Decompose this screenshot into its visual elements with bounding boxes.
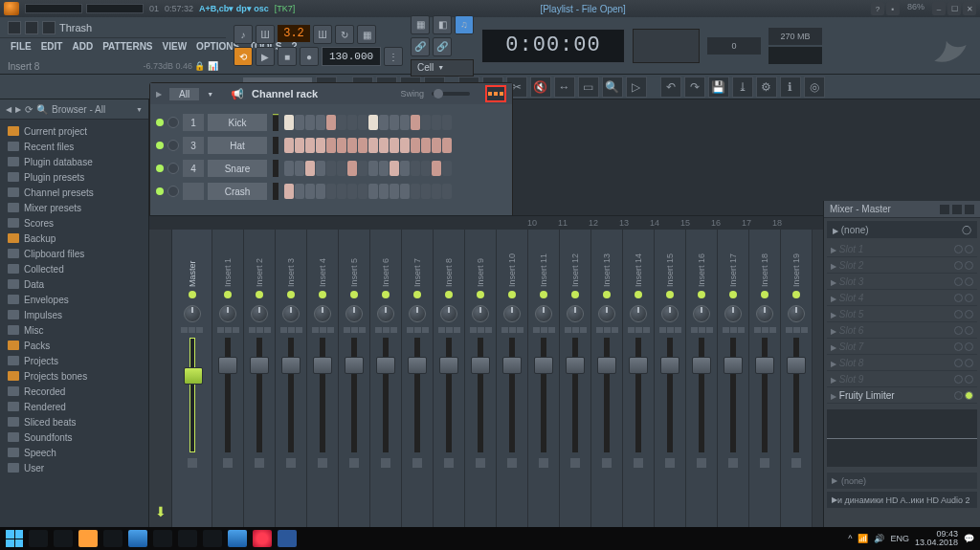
render-icon[interactable]: ⤓ [732,77,753,98]
pan-knob[interactable] [630,305,647,322]
track-link[interactable] [318,458,327,468]
browser-item[interactable]: Channel presets [0,185,148,200]
chrack-menu-icon[interactable]: ▶ [156,90,162,99]
step[interactable] [305,138,315,153]
fader[interactable] [446,338,452,452]
redo-icon[interactable]: ↷ [684,77,705,98]
browser-item[interactable]: Collected [0,261,148,276]
fader[interactable] [383,338,389,452]
beat-counter[interactable]: 3.2 [278,25,310,42]
mixer-track[interactable]: Insert 11 [528,230,560,527]
step[interactable] [295,161,304,176]
pattern-mode-button[interactable]: ⟲ [234,47,253,66]
slot-output-route[interactable]: ▶ и динамики HD A..ики HD Audio 2 [827,492,977,508]
minimize-icon[interactable]: – [932,2,946,15]
step[interactable] [295,115,304,130]
track-flags[interactable] [691,327,713,333]
stop-button[interactable]: ■ [278,47,297,66]
browser-item[interactable]: Impulses [0,307,148,322]
pan-knob[interactable] [567,305,584,322]
track-enable-led[interactable] [571,291,579,298]
browser-item[interactable]: Speech [0,445,148,460]
browser-item[interactable]: Scores [0,215,148,231]
effect-slot[interactable]: ▶ Slot 6 [827,322,977,339]
step[interactable] [421,138,431,153]
step[interactable] [442,184,452,199]
mixer-track[interactable]: Insert 1 [212,230,244,527]
track-link[interactable] [791,458,801,468]
browser-item[interactable]: Rendered [0,399,148,414]
mixer-track[interactable]: Insert 3 [276,230,307,527]
step[interactable] [390,115,399,130]
track-enable-led[interactable] [413,291,421,298]
snap-icon[interactable]: ◧ [433,15,452,34]
track-enable-led[interactable] [540,291,547,298]
track-enable-led[interactable] [287,291,295,298]
track-link[interactable] [349,458,359,468]
target-icon[interactable]: ◎ [804,77,825,98]
mixer-track[interactable]: Insert 18 [749,230,781,527]
effect-slot[interactable]: ▶ Slot 7 [827,339,977,355]
taskbar-search-icon[interactable] [29,530,48,547]
taskbar-app1-icon[interactable] [103,530,122,547]
track-enable-led[interactable] [477,291,484,298]
fader[interactable] [541,338,546,452]
step[interactable] [379,115,389,130]
step[interactable] [400,184,410,199]
fader[interactable] [635,338,641,452]
fader[interactable] [256,338,262,452]
step[interactable] [337,161,346,176]
channel-mute[interactable] [167,163,179,174]
step[interactable] [316,115,325,130]
step-icon[interactable]: ▦ [357,25,376,44]
help-icon[interactable]: ? [871,2,884,15]
project-save-icon[interactable] [25,21,38,34]
pan-knob[interactable] [314,305,331,322]
effect-slot[interactable]: ▶ Slot 2 [827,257,977,274]
step[interactable] [442,115,452,130]
step[interactable] [337,184,346,199]
mixer-track[interactable]: Insert 10 [497,230,528,527]
step[interactable] [400,115,410,130]
track-flags[interactable] [754,327,776,333]
fader[interactable] [414,338,420,452]
browser-item[interactable]: Backup [0,231,148,246]
channel-led[interactable] [156,187,164,195]
channel-name[interactable]: Hat [208,137,267,154]
channel-num[interactable]: 4 [183,160,204,177]
effect-slot[interactable]: ▶ Slot 1 [827,241,977,257]
step[interactable] [421,115,431,130]
mixer-track[interactable]: Insert 8 [434,230,465,527]
fader[interactable] [793,338,799,452]
step[interactable] [358,138,368,153]
track-flags[interactable] [181,327,203,333]
slots-max-icon[interactable] [952,205,962,214]
slots-min-icon[interactable] [940,205,949,214]
browser-item[interactable]: Plugin presets [0,169,148,185]
track-link[interactable] [570,458,580,468]
browser-item[interactable]: Sliced beats [0,414,148,429]
track-link[interactable] [539,458,548,468]
step[interactable] [421,161,431,176]
browser-item[interactable]: Envelopes [0,292,148,307]
step[interactable] [379,161,389,176]
track-flags[interactable] [280,327,302,333]
step[interactable] [368,161,378,176]
midi-icon[interactable]: ♫ [455,15,474,34]
mixer-track[interactable]: Insert 12 [560,230,591,527]
channel-name[interactable]: Crash [208,183,267,200]
step[interactable] [432,115,441,130]
tray-vol-icon[interactable]: 🔊 [874,534,884,543]
pan-knob[interactable] [251,305,268,322]
step[interactable] [379,184,389,199]
taskbar-app2-icon[interactable] [128,530,147,547]
step[interactable] [390,138,399,153]
step[interactable] [368,138,378,153]
browser-item[interactable]: Recorded [0,384,148,399]
taskbar-app4-icon[interactable] [178,530,197,547]
pan-knob[interactable] [219,305,236,322]
step[interactable] [316,161,325,176]
fader[interactable] [225,338,231,452]
track-link[interactable] [634,458,643,468]
taskbar-opera-icon[interactable] [253,530,272,547]
